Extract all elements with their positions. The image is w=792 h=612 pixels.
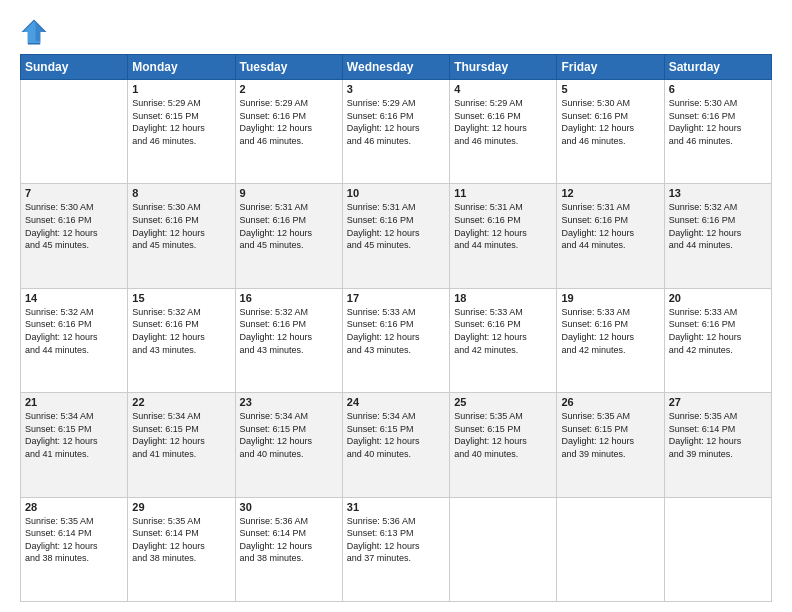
weekday-header: Sunday xyxy=(21,55,128,80)
calendar-day-cell: 23Sunrise: 5:34 AM Sunset: 6:15 PM Dayli… xyxy=(235,393,342,497)
day-info: Sunrise: 5:33 AM Sunset: 6:16 PM Dayligh… xyxy=(347,306,445,356)
day-number: 4 xyxy=(454,83,552,95)
calendar-day-cell: 5Sunrise: 5:30 AM Sunset: 6:16 PM Daylig… xyxy=(557,80,664,184)
calendar-day-cell xyxy=(557,497,664,601)
day-number: 2 xyxy=(240,83,338,95)
day-info: Sunrise: 5:30 AM Sunset: 6:16 PM Dayligh… xyxy=(132,201,230,251)
day-number: 28 xyxy=(25,501,123,513)
calendar-day-cell: 25Sunrise: 5:35 AM Sunset: 6:15 PM Dayli… xyxy=(450,393,557,497)
weekday-header: Thursday xyxy=(450,55,557,80)
calendar-day-cell: 21Sunrise: 5:34 AM Sunset: 6:15 PM Dayli… xyxy=(21,393,128,497)
day-info: Sunrise: 5:34 AM Sunset: 6:15 PM Dayligh… xyxy=(132,410,230,460)
calendar-day-cell: 24Sunrise: 5:34 AM Sunset: 6:15 PM Dayli… xyxy=(342,393,449,497)
calendar-week-row: 21Sunrise: 5:34 AM Sunset: 6:15 PM Dayli… xyxy=(21,393,772,497)
day-number: 7 xyxy=(25,187,123,199)
day-info: Sunrise: 5:35 AM Sunset: 6:14 PM Dayligh… xyxy=(132,515,230,565)
day-number: 18 xyxy=(454,292,552,304)
day-info: Sunrise: 5:32 AM Sunset: 6:16 PM Dayligh… xyxy=(25,306,123,356)
day-number: 14 xyxy=(25,292,123,304)
day-number: 26 xyxy=(561,396,659,408)
calendar-day-cell: 18Sunrise: 5:33 AM Sunset: 6:16 PM Dayli… xyxy=(450,288,557,392)
day-number: 21 xyxy=(25,396,123,408)
header xyxy=(20,18,772,46)
day-number: 1 xyxy=(132,83,230,95)
weekday-header: Tuesday xyxy=(235,55,342,80)
day-info: Sunrise: 5:30 AM Sunset: 6:16 PM Dayligh… xyxy=(669,97,767,147)
day-number: 24 xyxy=(347,396,445,408)
calendar-week-row: 14Sunrise: 5:32 AM Sunset: 6:16 PM Dayli… xyxy=(21,288,772,392)
calendar-day-cell xyxy=(450,497,557,601)
day-info: Sunrise: 5:31 AM Sunset: 6:16 PM Dayligh… xyxy=(454,201,552,251)
calendar-day-cell: 27Sunrise: 5:35 AM Sunset: 6:14 PM Dayli… xyxy=(664,393,771,497)
calendar-day-cell: 20Sunrise: 5:33 AM Sunset: 6:16 PM Dayli… xyxy=(664,288,771,392)
calendar-day-cell: 14Sunrise: 5:32 AM Sunset: 6:16 PM Dayli… xyxy=(21,288,128,392)
day-number: 8 xyxy=(132,187,230,199)
day-number: 6 xyxy=(669,83,767,95)
day-info: Sunrise: 5:35 AM Sunset: 6:15 PM Dayligh… xyxy=(454,410,552,460)
day-number: 13 xyxy=(669,187,767,199)
day-info: Sunrise: 5:32 AM Sunset: 6:16 PM Dayligh… xyxy=(669,201,767,251)
day-number: 3 xyxy=(347,83,445,95)
day-info: Sunrise: 5:34 AM Sunset: 6:15 PM Dayligh… xyxy=(25,410,123,460)
day-info: Sunrise: 5:36 AM Sunset: 6:14 PM Dayligh… xyxy=(240,515,338,565)
calendar-day-cell: 15Sunrise: 5:32 AM Sunset: 6:16 PM Dayli… xyxy=(128,288,235,392)
day-info: Sunrise: 5:33 AM Sunset: 6:16 PM Dayligh… xyxy=(561,306,659,356)
calendar-day-cell: 26Sunrise: 5:35 AM Sunset: 6:15 PM Dayli… xyxy=(557,393,664,497)
day-info: Sunrise: 5:36 AM Sunset: 6:13 PM Dayligh… xyxy=(347,515,445,565)
calendar-day-cell: 16Sunrise: 5:32 AM Sunset: 6:16 PM Dayli… xyxy=(235,288,342,392)
calendar-day-cell: 6Sunrise: 5:30 AM Sunset: 6:16 PM Daylig… xyxy=(664,80,771,184)
calendar-day-cell: 11Sunrise: 5:31 AM Sunset: 6:16 PM Dayli… xyxy=(450,184,557,288)
day-info: Sunrise: 5:34 AM Sunset: 6:15 PM Dayligh… xyxy=(240,410,338,460)
day-number: 30 xyxy=(240,501,338,513)
weekday-header: Saturday xyxy=(664,55,771,80)
calendar-day-cell: 29Sunrise: 5:35 AM Sunset: 6:14 PM Dayli… xyxy=(128,497,235,601)
calendar-week-row: 1Sunrise: 5:29 AM Sunset: 6:15 PM Daylig… xyxy=(21,80,772,184)
calendar-week-row: 28Sunrise: 5:35 AM Sunset: 6:14 PM Dayli… xyxy=(21,497,772,601)
calendar-header-row: SundayMondayTuesdayWednesdayThursdayFrid… xyxy=(21,55,772,80)
logo-icon xyxy=(20,18,48,46)
day-info: Sunrise: 5:31 AM Sunset: 6:16 PM Dayligh… xyxy=(240,201,338,251)
day-number: 11 xyxy=(454,187,552,199)
day-info: Sunrise: 5:34 AM Sunset: 6:15 PM Dayligh… xyxy=(347,410,445,460)
day-number: 27 xyxy=(669,396,767,408)
day-number: 15 xyxy=(132,292,230,304)
day-number: 20 xyxy=(669,292,767,304)
day-info: Sunrise: 5:35 AM Sunset: 6:14 PM Dayligh… xyxy=(669,410,767,460)
day-number: 25 xyxy=(454,396,552,408)
calendar-day-cell: 2Sunrise: 5:29 AM Sunset: 6:16 PM Daylig… xyxy=(235,80,342,184)
day-info: Sunrise: 5:29 AM Sunset: 6:16 PM Dayligh… xyxy=(240,97,338,147)
day-info: Sunrise: 5:31 AM Sunset: 6:16 PM Dayligh… xyxy=(561,201,659,251)
calendar-day-cell: 22Sunrise: 5:34 AM Sunset: 6:15 PM Dayli… xyxy=(128,393,235,497)
day-number: 10 xyxy=(347,187,445,199)
day-info: Sunrise: 5:30 AM Sunset: 6:16 PM Dayligh… xyxy=(25,201,123,251)
calendar-day-cell: 8Sunrise: 5:30 AM Sunset: 6:16 PM Daylig… xyxy=(128,184,235,288)
day-info: Sunrise: 5:35 AM Sunset: 6:15 PM Dayligh… xyxy=(561,410,659,460)
page: SundayMondayTuesdayWednesdayThursdayFrid… xyxy=(0,0,792,612)
calendar-day-cell: 12Sunrise: 5:31 AM Sunset: 6:16 PM Dayli… xyxy=(557,184,664,288)
day-info: Sunrise: 5:30 AM Sunset: 6:16 PM Dayligh… xyxy=(561,97,659,147)
day-number: 23 xyxy=(240,396,338,408)
calendar-day-cell: 31Sunrise: 5:36 AM Sunset: 6:13 PM Dayli… xyxy=(342,497,449,601)
day-number: 29 xyxy=(132,501,230,513)
day-info: Sunrise: 5:33 AM Sunset: 6:16 PM Dayligh… xyxy=(454,306,552,356)
calendar-day-cell: 28Sunrise: 5:35 AM Sunset: 6:14 PM Dayli… xyxy=(21,497,128,601)
weekday-header: Friday xyxy=(557,55,664,80)
calendar-day-cell xyxy=(21,80,128,184)
svg-marker-2 xyxy=(36,23,45,42)
calendar-day-cell xyxy=(664,497,771,601)
day-info: Sunrise: 5:29 AM Sunset: 6:16 PM Dayligh… xyxy=(454,97,552,147)
calendar-day-cell: 7Sunrise: 5:30 AM Sunset: 6:16 PM Daylig… xyxy=(21,184,128,288)
calendar-table: SundayMondayTuesdayWednesdayThursdayFrid… xyxy=(20,54,772,602)
day-number: 12 xyxy=(561,187,659,199)
calendar-day-cell: 10Sunrise: 5:31 AM Sunset: 6:16 PM Dayli… xyxy=(342,184,449,288)
day-number: 22 xyxy=(132,396,230,408)
day-info: Sunrise: 5:33 AM Sunset: 6:16 PM Dayligh… xyxy=(669,306,767,356)
logo xyxy=(20,18,52,46)
day-number: 5 xyxy=(561,83,659,95)
weekday-header: Wednesday xyxy=(342,55,449,80)
day-number: 19 xyxy=(561,292,659,304)
day-number: 16 xyxy=(240,292,338,304)
calendar-week-row: 7Sunrise: 5:30 AM Sunset: 6:16 PM Daylig… xyxy=(21,184,772,288)
day-info: Sunrise: 5:29 AM Sunset: 6:15 PM Dayligh… xyxy=(132,97,230,147)
weekday-header: Monday xyxy=(128,55,235,80)
